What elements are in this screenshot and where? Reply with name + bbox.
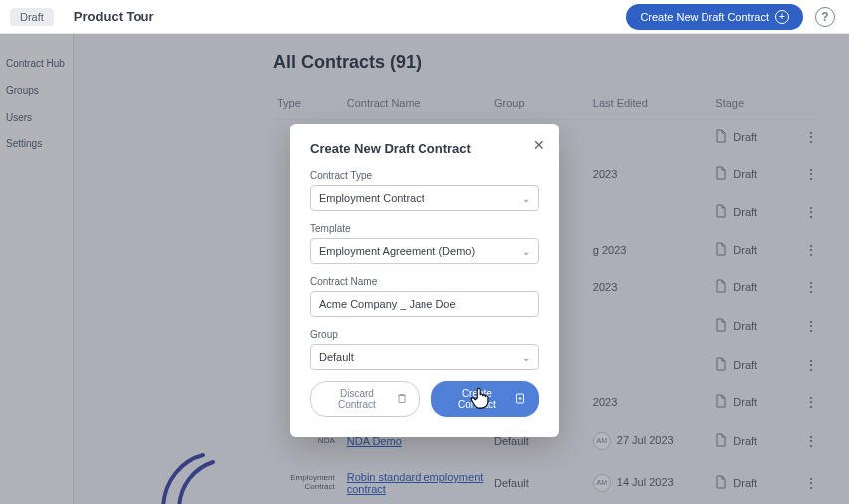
discard-label: Discard Contract: [323, 388, 391, 410]
draft-badge: Draft: [10, 8, 54, 26]
template-select[interactable]: Employment Agreement (Demo) ⌄: [310, 238, 539, 264]
contract-name-label: Contract Name: [310, 276, 539, 287]
close-icon: ✕: [533, 137, 545, 153]
chevron-down-icon: ⌄: [522, 352, 530, 363]
group-value: Default: [319, 351, 354, 363]
modal-close-button[interactable]: ✕: [533, 137, 545, 153]
discard-contract-button[interactable]: Discard Contract: [310, 381, 420, 417]
contract-type-label: Contract Type: [310, 170, 539, 181]
contract-type-select[interactable]: Employment Contract ⌄: [310, 185, 539, 211]
create-contract-modal: Create New Draft Contract ✕ Contract Typ…: [290, 124, 559, 437]
template-value: Employment Agreement (Demo): [319, 245, 475, 257]
trash-icon: [397, 393, 407, 406]
contract-type-value: Employment Contract: [319, 192, 424, 204]
document-plus-icon: [515, 393, 525, 406]
plus-circle-icon: +: [775, 10, 789, 24]
chevron-down-icon: ⌄: [522, 193, 530, 204]
group-label: Group: [310, 329, 539, 340]
help-icon[interactable]: ?: [815, 7, 835, 27]
create-button-label: Create New Draft Contract: [640, 11, 769, 23]
create-label: Create Contract: [445, 388, 509, 410]
topbar-right: Create New Draft Contract + ?: [626, 4, 835, 30]
modal-overlay[interactable]: Create New Draft Contract ✕ Contract Typ…: [0, 34, 849, 504]
group-select[interactable]: Default ⌄: [310, 344, 539, 370]
template-label: Template: [310, 223, 539, 234]
contract-name-input[interactable]: [310, 291, 539, 317]
create-new-draft-contract-button[interactable]: Create New Draft Contract +: [626, 4, 803, 30]
topbar-left: Draft Product Tour: [0, 8, 153, 26]
modal-actions: Discard Contract Create Contract: [310, 381, 539, 417]
create-contract-button[interactable]: Create Contract: [431, 381, 539, 417]
topbar: Draft Product Tour Create New Draft Cont…: [0, 0, 849, 34]
chevron-down-icon: ⌄: [522, 246, 530, 257]
product-tour-label: Product Tour: [74, 9, 154, 24]
modal-title: Create New Draft Contract: [310, 141, 539, 156]
